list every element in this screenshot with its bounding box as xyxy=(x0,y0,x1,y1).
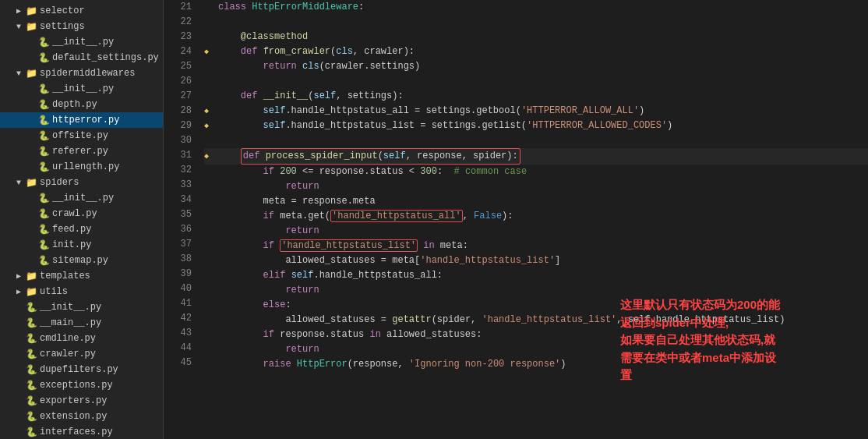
tree-item-crawl[interactable]: 🐍 crawl.py xyxy=(0,206,163,221)
py-icon-exceptions: 🐍 xyxy=(25,380,37,391)
tree-item-settings[interactable]: ▼ 📁 settings xyxy=(0,19,163,34)
tree-label-crawler: crawler.py xyxy=(40,349,163,359)
tree-item-root-main[interactable]: 🐍 __main__.py xyxy=(0,315,163,331)
tree-label-urllength: urllength.py xyxy=(52,161,163,172)
tree-item-root-init[interactable]: 🐍 __init__.py xyxy=(0,299,163,315)
line-content-34: meta = response.meta xyxy=(218,194,868,209)
code-line-26 xyxy=(204,74,868,89)
tree-item-spiders[interactable]: ▼ 📁 spiders xyxy=(0,175,163,190)
tree-item-settings-default[interactable]: 🐍 default_settings.py xyxy=(0,50,163,65)
tree-item-settings-init[interactable]: 🐍 __init__.py xyxy=(0,34,163,50)
tree-label-feed: feed.py xyxy=(52,224,163,235)
py-icon-httperror: 🐍 xyxy=(37,115,50,126)
code-line-33: return xyxy=(204,179,868,194)
tree-label-utils: utils xyxy=(40,286,163,297)
tree-item-cmdline[interactable]: 🐍 cmdline.py xyxy=(0,331,163,346)
line-content-22 xyxy=(218,15,868,30)
tree-item-spidermw-init[interactable]: 🐍 __init__.py xyxy=(0,81,163,97)
tree-label-default-settings: default_settings.py xyxy=(52,52,163,63)
code-editor: 21 22 23 24 25 26 27 28 29 30 31 32 33 3… xyxy=(164,0,868,439)
tree-item-sitemap[interactable]: 🐍 sitemap.py xyxy=(0,253,163,268)
folder-arrow-selector: ▶ xyxy=(12,6,25,16)
tree-item-exporters[interactable]: 🐍 exporters.py xyxy=(0,393,163,409)
line-content-31: def process_spider_input(self, response,… xyxy=(218,148,868,165)
code-line-22 xyxy=(204,15,868,30)
folder-icon-templates: 📁 xyxy=(25,271,37,282)
tree-label-interfaces: interfaces.py xyxy=(40,427,163,437)
chinese-annotation: 这里默认只有状态码为200的能返回到spider中处理,如果要自己处理其他状态码… xyxy=(620,296,862,384)
tree-item-spidermiddlewares[interactable]: ▼ 📁 spidermiddlewares xyxy=(0,65,163,81)
tree-item-exceptions[interactable]: 🐍 exceptions.py xyxy=(0,377,163,393)
tree-label-crawl: crawl.py xyxy=(52,208,163,219)
py-icon-feed: 🐍 xyxy=(37,224,50,235)
line-content-21: class HttpErrorMiddleware: xyxy=(218,0,868,15)
line-content-35: if meta.get('handle_httpstatus_all', Fal… xyxy=(218,209,868,224)
line-content-33: return xyxy=(218,179,868,194)
bp-area-28: ◆ xyxy=(204,104,218,119)
tree-label-spiders-init: __init__.py xyxy=(52,193,163,204)
code-line-28: ◆ self.handle_httpstatus_all = settings.… xyxy=(204,104,868,119)
code-line-34: meta = response.meta xyxy=(204,194,868,209)
tree-item-selector[interactable]: ▶ 📁 selector xyxy=(0,3,163,19)
code-line-32: if 200 <= response.status < 300: # commo… xyxy=(204,165,868,179)
line-content-26 xyxy=(218,74,868,89)
code-line-21: class HttpErrorMiddleware: xyxy=(204,0,868,15)
tree-label-cmdline: cmdline.py xyxy=(40,333,163,344)
code-line-37: if 'handle_httpstatus_list' in meta: xyxy=(204,239,868,253)
line-content-23: @classmethod xyxy=(218,30,868,44)
tree-label-httperror: httperror.py xyxy=(52,115,163,126)
py-icon-init: 🐍 xyxy=(37,239,50,251)
folder-arrow-templates: ▶ xyxy=(12,271,25,281)
py-icon-root-main: 🐍 xyxy=(25,317,37,329)
folder-arrow-spidermw: ▼ xyxy=(12,69,25,78)
tree-item-crawler[interactable]: 🐍 crawler.py xyxy=(0,346,163,362)
tree-label-settings-init: __init__.py xyxy=(52,37,163,48)
tree-item-extension[interactable]: 🐍 extension.py xyxy=(0,409,163,424)
folder-arrow-utils: ▶ xyxy=(12,287,25,296)
file-tree[interactable]: ▶ 📁 selector ▼ 📁 settings 🐍 __init__.py … xyxy=(0,0,164,439)
tree-item-dupefilters[interactable]: 🐍 dupefilters.py xyxy=(0,362,163,377)
py-icon-default: 🐍 xyxy=(37,52,50,64)
tree-item-templates[interactable]: ▶ 📁 templates xyxy=(0,268,163,284)
tree-item-offsite[interactable]: 🐍 offsite.py xyxy=(0,128,163,143)
tree-label-templates: templates xyxy=(40,271,163,281)
code-line-25: return cls(crawler.settings) xyxy=(204,59,868,74)
tree-item-feed[interactable]: 🐍 feed.py xyxy=(0,221,163,237)
tree-item-utils[interactable]: ▶ 📁 utils xyxy=(0,284,163,299)
folder-arrow-settings: ▼ xyxy=(12,23,25,31)
py-icon-interfaces: 🐍 xyxy=(25,427,37,438)
tree-label-offsite: offsite.py xyxy=(52,130,163,141)
tree-item-interfaces[interactable]: 🐍 interfaces.py xyxy=(0,424,163,439)
code-line-31: ◆ def process_spider_input(self, respons… xyxy=(204,148,868,165)
tree-label-dupefilters: dupefilters.py xyxy=(40,364,163,375)
folder-icon-selector: 📁 xyxy=(25,5,37,17)
py-icon-exporters: 🐍 xyxy=(25,395,37,407)
tree-item-init-py[interactable]: 🐍 init.py xyxy=(0,237,163,253)
annotation-text: 这里默认只有状态码为200的能返回到spider中处理,如果要自己处理其他状态码… xyxy=(620,298,780,381)
line-content-36: return xyxy=(218,224,868,239)
tree-item-spiders-init[interactable]: 🐍 __init__.py xyxy=(0,190,163,206)
code-line-30 xyxy=(204,133,868,148)
tree-item-depth[interactable]: 🐍 depth.py xyxy=(0,97,163,112)
line-content-38: allowed_statuses = meta['handle_httpstat… xyxy=(218,253,868,268)
py-icon-crawl: 🐍 xyxy=(37,208,50,220)
code-line-27: def __init__(self, settings): xyxy=(204,89,868,104)
tree-item-httperror[interactable]: 🐍 httperror.py xyxy=(0,112,163,128)
py-icon-spiders-init: 🐍 xyxy=(37,193,50,204)
py-icon-extension: 🐍 xyxy=(25,411,37,423)
tree-label-spidermiddlewares: spidermiddlewares xyxy=(40,68,163,79)
tree-label-root-main: __main__.py xyxy=(40,317,163,328)
line-content-30 xyxy=(218,133,868,148)
py-icon-referer: 🐍 xyxy=(37,146,50,158)
py-icon-sitemap: 🐍 xyxy=(37,255,50,267)
py-icon-cmdline: 🐍 xyxy=(25,333,37,345)
tree-label-sitemap: sitemap.py xyxy=(52,255,163,266)
line-content-29: self.handle_httpstatus_list = settings.g… xyxy=(218,119,868,133)
py-icon-offsite: 🐍 xyxy=(37,130,50,142)
folder-icon-settings: 📁 xyxy=(25,21,37,33)
code-line-36: return xyxy=(204,224,868,239)
tree-item-urllength[interactable]: 🐍 urllength.py xyxy=(0,159,163,175)
tree-label-exceptions: exceptions.py xyxy=(40,380,163,391)
tree-label-selector: selector xyxy=(40,5,163,16)
tree-item-referer[interactable]: 🐍 referer.py xyxy=(0,143,163,159)
